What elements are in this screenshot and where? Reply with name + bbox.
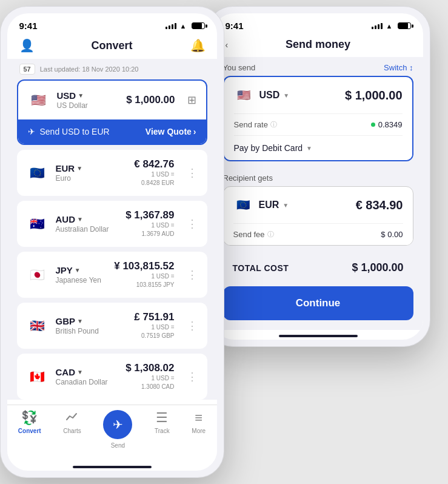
gbp-rate: 1 USD =0.7519 GBP: [134, 323, 174, 340]
send-tab-icon[interactable]: ✈: [103, 410, 132, 439]
cad-name: Canadian Dollar: [56, 378, 119, 386]
from-amount[interactable]: $ 1,000.00: [295, 89, 402, 103]
status-icons-right: ▲: [372, 22, 411, 30]
you-send-section: You send Switch ↕: [223, 57, 413, 76]
status-icons-left: ▲: [165, 22, 205, 30]
eur-card[interactable]: 🇪🇺 EUR ▼ Euro € 842.76 1 USD =0.8428 EUR…: [17, 150, 207, 196]
gbp-more-icon[interactable]: ⋮: [187, 319, 198, 332]
gbp-code: GBP ▼: [56, 316, 127, 326]
send-rate-label: Send rate ⓘ: [234, 120, 277, 129]
pay-method-row[interactable]: Pay by Debit Card ▼: [224, 136, 412, 160]
gbp-amount-block: £ 751.91 1 USD =0.7519 GBP: [134, 311, 174, 340]
to-currency-card[interactable]: 🇪🇺 EUR ▼ € 834.90 Send fee ⓘ: [223, 186, 413, 246]
from-currency-card[interactable]: 🇺🇸 USD ▼ $ 1,000.00 Send rate ⓘ: [223, 76, 413, 161]
to-currency-code: EUR: [259, 200, 279, 210]
gbp-card[interactable]: 🇬🇧 GBP ▼ British Pound £ 751.91 1 USD =0…: [17, 303, 207, 349]
send-money-content: You send Switch ↕ 🇺🇸 USD ▼ $ 1,000.00: [213, 57, 423, 330]
switch-btn[interactable]: Switch ↕: [384, 63, 413, 72]
home-indicator-left: [73, 466, 152, 468]
cad-amount-block: $ 1,308.02 1 USD =1.3080 CAD: [125, 362, 174, 391]
charts-tab-label: Charts: [63, 428, 81, 434]
tab-more[interactable]: ≡ More: [192, 410, 206, 449]
aud-card[interactable]: 🇦🇺 AUD ▼ Australian Dollar $ 1,367.89 1 …: [17, 201, 207, 247]
tab-bar-left: 💱 Convert Charts ✈ Send ☰: [7, 405, 217, 461]
total-cost-row: TOTAL COST $ 1,000.00: [223, 252, 413, 284]
cad-rate: 1 USD =1.3080 CAD: [125, 374, 174, 391]
jpy-amount: ¥ 103,815.52: [114, 260, 174, 272]
convert-tab-icon: 💱: [21, 410, 38, 426]
gbp-flag: 🇬🇧: [27, 315, 48, 337]
send-money-title: Send money: [240, 38, 396, 51]
signal-icon: [165, 23, 176, 29]
convert-tab-label: Convert: [18, 428, 41, 434]
jpy-name: Japanese Yen: [56, 276, 107, 284]
track-tab-label: Track: [155, 428, 170, 434]
usd-flag: 🇺🇸: [28, 89, 50, 111]
aud-amount-block: $ 1,367.89 1 USD =1.3679 AUD: [125, 209, 174, 238]
jpy-more-icon[interactable]: ⋮: [187, 268, 198, 281]
total-cost-value: $ 1,000.00: [352, 261, 403, 274]
convert-header: 👤 Convert 🔔: [7, 35, 217, 59]
total-cost-label: TOTAL COST: [233, 263, 289, 273]
jpy-code: JPY ▼: [56, 265, 107, 275]
home-indicator-right: [279, 335, 358, 337]
from-currency-dropdown-icon: ▼: [283, 92, 289, 99]
to-currency-dropdown-icon: ▼: [283, 202, 289, 209]
aud-name: Australian Dollar: [56, 225, 119, 234]
eur-amount: € 842.76: [134, 158, 174, 170]
more-tab-icon: ≡: [195, 410, 202, 426]
tab-charts[interactable]: Charts: [63, 410, 81, 449]
battery-icon-right: [398, 22, 411, 29]
base-currency-card[interactable]: 🇺🇸 USD ▼ US Dollar $ 1,000.00 ⊞: [17, 79, 207, 145]
track-tab-icon: ☰: [156, 410, 168, 426]
profile-icon[interactable]: 👤: [19, 38, 34, 53]
cad-amount: $ 1,308.02: [125, 362, 174, 374]
pay-dropdown-icon: ▼: [306, 145, 312, 152]
bell-icon[interactable]: 🔔: [190, 38, 205, 53]
send-plane-icon: ✈: [28, 127, 35, 136]
status-bar-right: 9:41 ▲: [213, 13, 423, 35]
continue-button[interactable]: Continue: [223, 286, 413, 320]
rate-dot-icon: [371, 123, 375, 127]
back-icon[interactable]: ‹: [226, 40, 240, 50]
charts-tab-icon: [65, 410, 79, 426]
aud-info: AUD ▼ Australian Dollar: [56, 214, 119, 234]
wifi-icon-right: ▲: [386, 22, 393, 30]
calculator-icon[interactable]: ⊞: [187, 93, 196, 107]
jpy-rate: 1 USD =103.8155 JPY: [114, 272, 174, 289]
usd-amount: $ 1,000.00: [126, 94, 175, 106]
eur-flag: 🇪🇺: [27, 162, 48, 184]
aud-rate: 1 USD =1.3679 AUD: [125, 221, 174, 238]
cad-more-icon[interactable]: ⋮: [187, 370, 198, 383]
jpy-card[interactable]: 🇯🇵 JPY ▼ Japanese Yen ¥ 103,815.52 1 USD…: [17, 252, 207, 298]
gbp-info: GBP ▼ British Pound: [56, 316, 127, 335]
from-currency-selector[interactable]: USD ▼: [259, 90, 290, 101]
gbp-name: British Pound: [56, 327, 127, 335]
cad-card[interactable]: 🇨🇦 CAD ▼ Canadian Dollar $ 1,308.02 1 US…: [17, 354, 207, 400]
eur-rate: 1 USD =0.8428 EUR: [134, 170, 174, 187]
time-right: 9:41: [226, 21, 244, 31]
wifi-icon: ▲: [180, 22, 187, 30]
usd-info: USD ▼ US Dollar: [57, 90, 119, 110]
pay-method-label: Pay by Debit Card: [234, 143, 303, 153]
aud-more-icon[interactable]: ⋮: [187, 217, 198, 230]
recipient-gets-label: Recipient gets: [223, 173, 273, 183]
eur-amount-block: € 842.76 1 USD =0.8428 EUR: [134, 158, 174, 187]
last-updated-text: Last updated: 18 Nov 2020 10:20: [40, 66, 139, 73]
cad-flag: 🇨🇦: [27, 366, 48, 388]
tab-send[interactable]: ✈ Send: [103, 410, 132, 449]
cad-info: CAD ▼ Canadian Dollar: [56, 367, 119, 386]
to-currency-selector[interactable]: EUR ▼: [259, 200, 289, 210]
send-quote-row[interactable]: ✈ Send USD to EUR View Quote ›: [18, 119, 206, 144]
send-label: ✈ Send USD to EUR: [28, 127, 110, 136]
view-quote-btn[interactable]: View Quote ›: [145, 127, 196, 136]
send-fee-label: Send fee ⓘ: [233, 230, 274, 239]
tab-track[interactable]: ☰ Track: [155, 410, 170, 449]
gbp-amount: £ 751.91: [134, 311, 174, 323]
send-tab-label: Send: [111, 442, 125, 449]
eur-more-icon[interactable]: ⋮: [187, 166, 198, 180]
recipient-gets-section: Recipient gets: [223, 167, 413, 186]
jpy-amount-block: ¥ 103,815.52 1 USD =103.8155 JPY: [114, 260, 174, 289]
tab-convert[interactable]: 💱 Convert: [18, 410, 41, 449]
aud-amount: $ 1,367.89: [125, 209, 174, 221]
